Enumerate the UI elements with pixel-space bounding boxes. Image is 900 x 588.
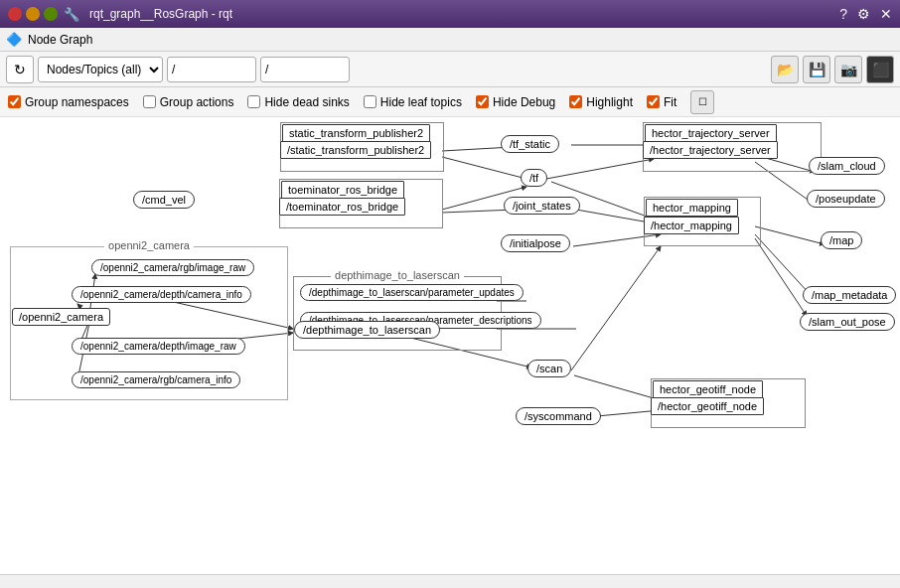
highlight-checkbox[interactable]: Highlight	[569, 95, 633, 109]
fit-checkbox[interactable]: Fit	[647, 95, 676, 109]
topic-slam-cloud[interactable]: /slam_cloud	[809, 157, 885, 175]
hector-trajectory-server-inner-node[interactable]: /hector_trajectory_server	[643, 141, 778, 159]
openni2-camera-node[interactable]: /openni2_camera	[12, 308, 110, 326]
topic-cmd-vel[interactable]: /cmd_vel	[133, 191, 195, 209]
hector-geotiff-inner-node[interactable]: /hector_geotiff_node	[651, 397, 764, 415]
depthimage-group-label: depthimage_to_laserscan	[331, 269, 464, 281]
hector-trajectory-server-node[interactable]: hector_trajectory_server	[645, 124, 777, 142]
window-icon: 🔧	[64, 7, 79, 22]
svg-line-3	[546, 159, 654, 179]
filter2-input[interactable]	[260, 57, 350, 82]
title-bar: 🔧 rqt_graph__RosGraph - rqt ? ⚙ ✕	[0, 0, 900, 28]
minimize-button[interactable]	[26, 7, 40, 21]
menu-node-graph[interactable]: Node Graph	[22, 31, 98, 49]
bottom-bar	[0, 574, 900, 588]
topic-joint-states[interactable]: /joint_states	[504, 197, 580, 215]
topic-initialpose[interactable]: /initialpose	[501, 234, 570, 252]
help-icon[interactable]: ?	[839, 6, 847, 22]
window-close-icon[interactable]: ✕	[880, 6, 892, 22]
topic-rgb-camera-info[interactable]: /openni2_camera/rgb/camera_info	[72, 371, 240, 388]
filter1-input[interactable]	[167, 57, 256, 82]
menu-bar: 🔷 Node Graph	[0, 28, 900, 52]
svg-line-11	[755, 226, 825, 244]
settings-icon[interactable]: ⚙	[857, 6, 870, 22]
topic-tf-static[interactable]: /tf_static	[501, 135, 559, 153]
topic-tf[interactable]: /tf	[521, 169, 547, 187]
refresh-button[interactable]: ↻	[6, 56, 34, 83]
hector-geotiff-node[interactable]: hector_geotiff_node	[653, 380, 763, 398]
hide-debug-checkbox[interactable]: Hide Debug	[476, 95, 555, 109]
topic-depthimage-to-laserscan[interactable]: /depthimage_to_laserscan	[294, 321, 440, 339]
topic-map-metadata[interactable]: /map_metadata	[803, 286, 896, 304]
svg-line-18	[574, 375, 661, 400]
hector-mapping-inner-node[interactable]: /hector_mapping	[644, 217, 739, 234]
checkbox-bar: Group namespaces Group actions Hide dead…	[0, 87, 900, 117]
svg-line-17	[571, 246, 661, 370]
svg-line-2	[442, 157, 526, 179]
node-graph-icon: 🔷	[6, 32, 22, 47]
close-button[interactable]	[8, 7, 22, 21]
window-title: rqt_graph__RosGraph - rqt	[89, 7, 232, 21]
toeminator-ros-bridge-node[interactable]: toeminator_ros_bridge	[281, 181, 404, 199]
openni2-group-label: openni2_camera	[104, 239, 194, 251]
group-actions-checkbox[interactable]: Group actions	[143, 95, 234, 109]
maximize-button[interactable]	[44, 7, 58, 21]
topic-syscommand[interactable]: /syscommand	[516, 407, 601, 425]
topic-param-updates[interactable]: /depthimage_to_laserscan/parameter_updat…	[300, 284, 524, 301]
topic-slam-out-pose[interactable]: /slam_out_pose	[800, 313, 895, 331]
load-button[interactable]: 📂	[771, 56, 799, 83]
svg-line-13	[755, 238, 807, 316]
hide-dead-sinks-checkbox[interactable]: Hide dead sinks	[247, 95, 349, 109]
static-transform-publisher2-node[interactable]: static_transform_publisher2	[282, 124, 430, 142]
save-button[interactable]: 💾	[803, 56, 830, 83]
topic-map[interactable]: /map	[821, 231, 862, 249]
toeminator-ros-bridge-inner-node[interactable]: /toeminator_ros_bridge	[279, 198, 405, 216]
svg-line-12	[755, 234, 810, 294]
topic-depth-camera-info[interactable]: /openni2_camera/depth/camera_info	[72, 286, 251, 303]
topic-scan[interactable]: /scan	[527, 360, 571, 377]
toolbar: ↻ Nodes/Topics (all) Nodes only Topics o…	[0, 52, 900, 87]
hide-leaf-topics-checkbox[interactable]: Hide leaf topics	[364, 95, 462, 109]
group-namespaces-checkbox[interactable]: Group namespaces	[8, 95, 129, 109]
screenshot-button[interactable]: 📷	[834, 56, 862, 83]
static-transform-publisher2-inner-node[interactable]: /static_transform_publisher2	[280, 141, 431, 159]
stop-button[interactable]: ⬛	[866, 56, 894, 83]
view-mode-dropdown[interactable]: Nodes/Topics (all) Nodes only Topics onl…	[38, 57, 163, 82]
fit-button[interactable]: ☐	[690, 90, 714, 114]
hector-mapping-node[interactable]: hector_mapping	[646, 199, 738, 217]
topic-depth-image-raw[interactable]: /openni2_camera/depth/image_raw	[72, 338, 245, 355]
topic-poseupdate[interactable]: /poseupdate	[807, 190, 885, 208]
window-controls[interactable]	[8, 7, 58, 21]
topic-image-raw-rgb[interactable]: /openni2_camera/rgb/image_raw	[91, 259, 254, 276]
graph-area[interactable]: openni2_camera /openni2_camera /openni2_…	[0, 117, 900, 574]
